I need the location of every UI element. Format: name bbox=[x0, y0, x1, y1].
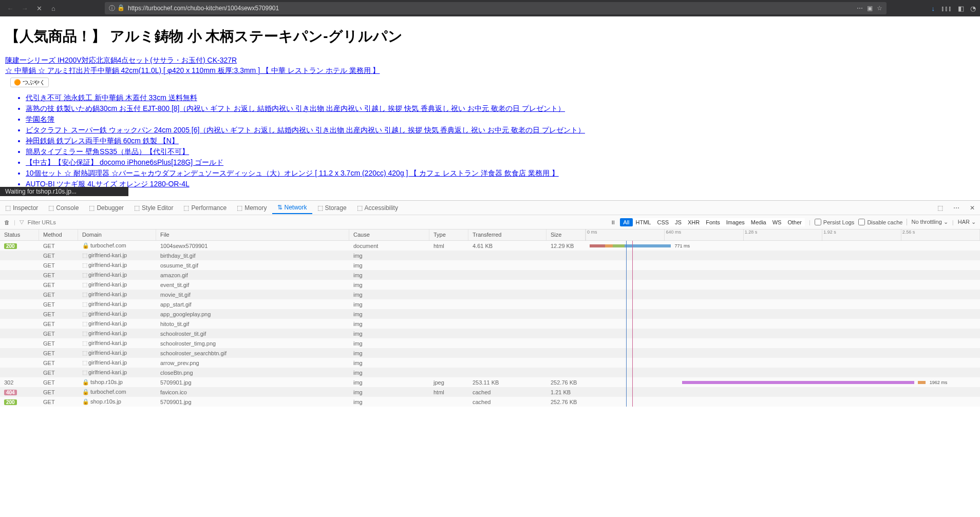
filter-css[interactable]: CSS bbox=[654, 218, 672, 226]
network-row[interactable]: GET⬚girlfriend-kari.jpevent_tit.gifimg bbox=[0, 280, 980, 290]
reader-icon[interactable]: ▣ bbox=[867, 5, 873, 12]
persist-logs-check[interactable]: Persist Logs bbox=[815, 219, 855, 225]
bookmark-icon[interactable]: ☆ bbox=[877, 5, 882, 12]
clear-icon[interactable]: 🗑 bbox=[4, 219, 10, 225]
list-item: 【中古】【安心保証】 docomo iPhone6sPlus[128G] ゴール… bbox=[26, 157, 975, 168]
devtools-tab-console[interactable]: ⬚ Console bbox=[43, 202, 84, 214]
network-row[interactable]: GET⬚girlfriend-kari.jpschoolroster_timg.… bbox=[0, 338, 980, 348]
filter-xhr[interactable]: XHR bbox=[685, 218, 703, 226]
col-status[interactable]: Status bbox=[0, 229, 39, 240]
account-icon[interactable]: ◔ bbox=[970, 5, 976, 12]
info-icon[interactable]: ⓘ bbox=[109, 4, 115, 13]
filter-html[interactable]: HTML bbox=[633, 218, 654, 226]
network-row[interactable]: GET⬚girlfriend-kari.jphitoto_tit.gifimg bbox=[0, 319, 980, 329]
stop-button[interactable]: ✕ bbox=[33, 2, 45, 14]
network-header: Status Method Domain File Cause Type Tra… bbox=[0, 229, 980, 241]
tab-icon: ⬚ bbox=[134, 204, 140, 212]
tab-icon: ⇅ bbox=[277, 204, 282, 211]
status-message: Waiting for tshop.r10s.jp... bbox=[0, 187, 128, 196]
col-method[interactable]: Method bbox=[39, 229, 78, 240]
page-content: 【人気商品！】 アルミ鋳物 小 木柄ステーキパン-グリルパン 陳建一シリーズ I… bbox=[0, 16, 980, 191]
filter-js[interactable]: JS bbox=[672, 218, 685, 226]
url-text: https://turbochef.com/chubo-kitchen/1004… bbox=[128, 5, 279, 12]
list-item: QUON(クオン) 木製会議テーブル ミーティングテーブル 木脚（丸） 幅180… bbox=[26, 189, 975, 191]
devtools-tab-inspector[interactable]: ⬚ Inspector bbox=[0, 202, 43, 214]
devtools-tab-memory[interactable]: ⬚ Memory bbox=[232, 202, 272, 214]
lock-warning-icon[interactable]: 🔒 bbox=[117, 4, 125, 13]
tab-icon: ⬚ bbox=[183, 204, 189, 212]
tick: 640 ms bbox=[664, 229, 743, 240]
network-row[interactable]: GET⬚girlfriend-kari.jpschoolroster_searc… bbox=[0, 348, 980, 358]
back-button[interactable]: ← bbox=[4, 2, 16, 14]
filter-fonts[interactable]: Fonts bbox=[703, 218, 723, 226]
tweet-button[interactable]: 🟠 つぶやく bbox=[10, 78, 49, 87]
forward-button[interactable]: → bbox=[18, 2, 31, 14]
col-cause[interactable]: Cause bbox=[349, 229, 429, 240]
sidebar-icon[interactable]: ◧ bbox=[958, 5, 964, 12]
lock-icon: 🔒 bbox=[82, 242, 89, 248]
network-row[interactable]: 404GET🔒turbochef.comfavicon.icoimghtmlca… bbox=[0, 387, 980, 397]
network-row[interactable]: GET⬚girlfriend-kari.jparrow_prev.pngimg bbox=[0, 358, 980, 368]
devtools-tab-accessibility[interactable]: ⬚ Accessibility bbox=[352, 202, 403, 214]
lock-icon: 🔒 bbox=[82, 398, 89, 405]
network-row[interactable]: GET⬚girlfriend-kari.jpapp_googleplay.png… bbox=[0, 309, 980, 319]
network-row[interactable]: 200GET🔒shop.r10s.jp5709901.jpgimgcached2… bbox=[0, 397, 980, 407]
devtools-tab-storage[interactable]: ⬚ Storage bbox=[312, 202, 352, 214]
page-link[interactable]: 【中古】【安心保証】 docomo iPhone6sPlus[128G] ゴール… bbox=[26, 158, 223, 166]
home-button[interactable]: ⌂ bbox=[47, 2, 60, 14]
col-transferred[interactable]: Transferred bbox=[468, 229, 546, 240]
page-link[interactable]: 蒸熟の技 鉄製いため鍋30cm お玉付 EJT-800 [8]（内祝い ギフト … bbox=[26, 104, 565, 112]
col-type[interactable]: Type bbox=[429, 229, 468, 240]
devtools-tab-performance[interactable]: ⬚ Performance bbox=[178, 202, 232, 214]
network-row[interactable]: GET⬚girlfriend-kari.jpamazon.gifimg bbox=[0, 270, 980, 280]
browser-toolbar: ← → ✕ ⌂ ⓘ 🔒 https://turbochef.com/chubo-… bbox=[0, 0, 980, 16]
disable-cache-check[interactable]: Disable cache bbox=[858, 219, 902, 225]
page-link[interactable]: 10個セット ☆ 耐熱調理器 ☆バーニャカウダフォンデュソースディッシュ（大）オ… bbox=[26, 169, 559, 177]
page-link[interactable]: 簡易タイプミラー 壁角SS35（単品）【代引不可】 bbox=[26, 147, 189, 156]
devtools-tab-style-editor[interactable]: ⬚ Style Editor bbox=[129, 202, 178, 214]
throttle-select[interactable]: No throttling ⌄ bbox=[907, 219, 948, 225]
filter-media[interactable]: Media bbox=[748, 218, 769, 226]
network-row[interactable]: GET⬚girlfriend-kari.jpbirthday_tit.gifim… bbox=[0, 251, 980, 260]
tab-icon: ⬚ bbox=[237, 204, 242, 212]
col-waterfall: 0 ms640 ms1.28 s1.92 s2.56 s bbox=[586, 229, 980, 240]
url-bar[interactable]: ⓘ 🔒 https://turbochef.com/chubo-kitchen/… bbox=[105, 2, 887, 14]
page-link[interactable]: ☆ 中華鍋 ☆ アルミ打出片手中華鍋 42cm(11.0L) [ φ420 x … bbox=[5, 66, 975, 76]
page-link[interactable]: 神田鉄鍋 鉄プレス両手中華鍋 60cm 鉄製 【N】 bbox=[26, 137, 179, 145]
col-domain[interactable]: Domain bbox=[78, 229, 156, 240]
network-row[interactable]: GET⬚girlfriend-kari.jpmovie_tit.gifimg bbox=[0, 290, 980, 299]
list-item: ビタクラフト スーパー鉄 ウォックパン 24cm 2005 [6]（内祝い ギフ… bbox=[26, 125, 975, 136]
devtools: ⬚ Inspector⬚ Console⬚ Debugger⬚ Style Ed… bbox=[0, 200, 980, 407]
col-file[interactable]: File bbox=[156, 229, 349, 240]
devtools-tab-network[interactable]: ⇅ Network bbox=[272, 202, 312, 214]
filter-all[interactable]: All bbox=[620, 218, 632, 226]
download-icon[interactable]: ↓ bbox=[932, 5, 935, 12]
pause-icon[interactable]: ⏸ bbox=[610, 219, 616, 225]
devtools-tab-debugger[interactable]: ⬚ Debugger bbox=[84, 202, 129, 214]
network-row[interactable]: GET⬚girlfriend-kari.jposusume_tit.gifimg bbox=[0, 260, 980, 270]
network-row[interactable]: GET⬚girlfriend-kari.jpapp_start.gifimg bbox=[0, 299, 980, 309]
page-link[interactable]: ビタクラフト スーパー鉄 ウォックパン 24cm 2005 [6]（内祝い ギフ… bbox=[26, 126, 585, 134]
lock-icon: 🔒 bbox=[82, 389, 89, 395]
network-row[interactable]: GET⬚girlfriend-kari.jpcloseBtn.pngimg bbox=[0, 368, 980, 377]
close-icon[interactable]: ✕ bbox=[965, 202, 980, 214]
page-link[interactable]: 学園名簿 bbox=[26, 115, 54, 123]
filter-icon[interactable]: ▽ bbox=[20, 219, 24, 225]
har-button[interactable]: HAR ⌄ bbox=[958, 219, 976, 225]
network-row[interactable]: 200GET🔒turbochef.com1004sewx5709901docum… bbox=[0, 241, 980, 251]
list-item: 学園名簿 bbox=[26, 114, 975, 125]
filter-other[interactable]: Other bbox=[784, 218, 805, 226]
network-row[interactable]: 302GET🔒tshop.r10s.jp5709901.jpgimgjpeg25… bbox=[0, 377, 980, 387]
list-item: 簡易タイプミラー 壁角SS35（単品）【代引不可】 bbox=[26, 146, 975, 157]
page-link[interactable]: 陳建一シリーズ IH200V対応北京鍋4点セット(ササラ・お玉付) CK-327… bbox=[5, 55, 975, 66]
filter-ws[interactable]: WS bbox=[769, 218, 785, 226]
responsive-icon[interactable]: ⬚ bbox=[932, 202, 948, 214]
filter-input[interactable] bbox=[28, 219, 89, 225]
more-icon[interactable]: ⋯ bbox=[857, 5, 863, 12]
network-row[interactable]: GET⬚girlfriend-kari.jpschoolroster_tit.g… bbox=[0, 329, 980, 338]
filter-images[interactable]: Images bbox=[723, 218, 748, 226]
page-link[interactable]: 代引き不可 池永鉄工 新中華鍋 木蓋付 33cm 送料無料 bbox=[26, 93, 197, 102]
col-size[interactable]: Size bbox=[546, 229, 586, 240]
more-icon[interactable]: ⋯ bbox=[948, 202, 965, 214]
library-icon[interactable]: ⫿⫿⫿ bbox=[941, 5, 952, 12]
